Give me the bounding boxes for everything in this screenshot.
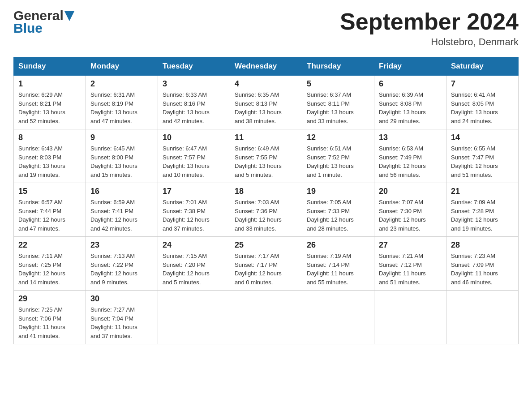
- day-info: Sunrise: 7:07 AMSunset: 7:30 PMDaylight:…: [379, 198, 442, 233]
- calendar-cell: 17Sunrise: 7:01 AMSunset: 7:38 PMDayligh…: [158, 183, 230, 237]
- weekday-header-monday: Monday: [86, 57, 158, 76]
- calendar-cell: 13Sunrise: 6:53 AMSunset: 7:49 PMDayligh…: [374, 129, 446, 183]
- day-number: 6: [379, 79, 442, 89]
- day-info: Sunrise: 6:55 AMSunset: 7:47 PMDaylight:…: [451, 144, 514, 179]
- calendar-cell: [446, 291, 519, 344]
- weekday-header-thursday: Thursday: [302, 57, 374, 76]
- logo: General Blue: [13, 9, 74, 36]
- calendar-week-1: 1Sunrise: 6:29 AMSunset: 8:21 PMDaylight…: [14, 76, 519, 129]
- day-number: 25: [235, 240, 297, 250]
- day-number: 16: [90, 187, 153, 196]
- calendar-cell: 3Sunrise: 6:33 AMSunset: 8:16 PMDaylight…: [158, 76, 230, 129]
- day-info: Sunrise: 6:31 AMSunset: 8:19 PMDaylight:…: [90, 90, 153, 125]
- day-number: 5: [307, 79, 369, 89]
- day-number: 8: [18, 133, 81, 142]
- calendar-week-5: 29Sunrise: 7:25 AMSunset: 7:06 PMDayligh…: [14, 291, 519, 344]
- logo-blue: Blue: [13, 21, 43, 36]
- calendar-cell: 7Sunrise: 6:41 AMSunset: 8:05 PMDaylight…: [446, 76, 519, 129]
- calendar-cell: 5Sunrise: 6:37 AMSunset: 8:11 PMDaylight…: [302, 76, 374, 129]
- day-number: 14: [451, 133, 514, 142]
- day-number: 24: [163, 240, 225, 250]
- day-info: Sunrise: 7:13 AMSunset: 7:22 PMDaylight:…: [90, 252, 153, 287]
- day-number: 4: [235, 79, 297, 89]
- location: Holstebro, Denmark: [340, 36, 519, 48]
- calendar-cell: [302, 291, 374, 344]
- day-number: 10: [163, 133, 225, 142]
- page-header: General Blue September 2024 Holstebro, D…: [13, 9, 519, 48]
- day-number: 13: [379, 133, 442, 142]
- weekday-header-sunday: Sunday: [14, 57, 86, 76]
- day-info: Sunrise: 6:41 AMSunset: 8:05 PMDaylight:…: [451, 90, 514, 125]
- weekday-header-wednesday: Wednesday: [230, 57, 302, 76]
- weekday-header-tuesday: Tuesday: [158, 57, 230, 76]
- calendar-cell: 20Sunrise: 7:07 AMSunset: 7:30 PMDayligh…: [374, 183, 446, 237]
- calendar-cell: 4Sunrise: 6:35 AMSunset: 8:13 PMDaylight…: [230, 76, 302, 129]
- day-info: Sunrise: 7:09 AMSunset: 7:28 PMDaylight:…: [451, 198, 514, 233]
- day-info: Sunrise: 7:21 AMSunset: 7:12 PMDaylight:…: [379, 252, 442, 287]
- calendar-cell: 19Sunrise: 7:05 AMSunset: 7:33 PMDayligh…: [302, 183, 374, 237]
- day-info: Sunrise: 7:27 AMSunset: 7:04 PMDaylight:…: [90, 305, 153, 340]
- calendar-week-2: 8Sunrise: 6:43 AMSunset: 8:03 PMDaylight…: [14, 129, 519, 183]
- day-info: Sunrise: 6:57 AMSunset: 7:44 PMDaylight:…: [18, 198, 81, 233]
- day-info: Sunrise: 7:05 AMSunset: 7:33 PMDaylight:…: [307, 198, 369, 233]
- title-block: September 2024 Holstebro, Denmark: [340, 9, 519, 48]
- calendar-cell: 26Sunrise: 7:19 AMSunset: 7:14 PMDayligh…: [302, 237, 374, 291]
- calendar-cell: [158, 291, 230, 344]
- day-number: 27: [379, 240, 442, 250]
- calendar-cell: 23Sunrise: 7:13 AMSunset: 7:22 PMDayligh…: [86, 237, 158, 291]
- calendar-cell: 2Sunrise: 6:31 AMSunset: 8:19 PMDaylight…: [86, 76, 158, 129]
- calendar-cell: 22Sunrise: 7:11 AMSunset: 7:25 PMDayligh…: [14, 237, 86, 291]
- calendar-cell: 8Sunrise: 6:43 AMSunset: 8:03 PMDaylight…: [14, 129, 86, 183]
- day-info: Sunrise: 6:33 AMSunset: 8:16 PMDaylight:…: [163, 90, 225, 125]
- day-number: 30: [90, 294, 153, 304]
- day-number: 28: [451, 240, 514, 250]
- day-number: 29: [18, 294, 81, 304]
- day-number: 21: [451, 187, 514, 196]
- calendar-cell: 6Sunrise: 6:39 AMSunset: 8:08 PMDaylight…: [374, 76, 446, 129]
- calendar-header-row: SundayMondayTuesdayWednesdayThursdayFrid…: [14, 57, 519, 76]
- calendar-cell: 11Sunrise: 6:49 AMSunset: 7:55 PMDayligh…: [230, 129, 302, 183]
- day-info: Sunrise: 7:25 AMSunset: 7:06 PMDaylight:…: [18, 305, 81, 340]
- calendar-week-3: 15Sunrise: 6:57 AMSunset: 7:44 PMDayligh…: [14, 183, 519, 237]
- calendar-cell: 14Sunrise: 6:55 AMSunset: 7:47 PMDayligh…: [446, 129, 519, 183]
- calendar-week-4: 22Sunrise: 7:11 AMSunset: 7:25 PMDayligh…: [14, 237, 519, 291]
- day-info: Sunrise: 7:23 AMSunset: 7:09 PMDaylight:…: [451, 252, 514, 287]
- day-number: 12: [307, 133, 369, 142]
- day-number: 11: [235, 133, 297, 142]
- day-info: Sunrise: 6:35 AMSunset: 8:13 PMDaylight:…: [235, 90, 297, 125]
- calendar-cell: 18Sunrise: 7:03 AMSunset: 7:36 PMDayligh…: [230, 183, 302, 237]
- day-number: 23: [90, 240, 153, 250]
- weekday-header-friday: Friday: [374, 57, 446, 76]
- calendar-cell: 25Sunrise: 7:17 AMSunset: 7:17 PMDayligh…: [230, 237, 302, 291]
- day-info: Sunrise: 7:01 AMSunset: 7:38 PMDaylight:…: [163, 198, 225, 233]
- calendar-cell: 24Sunrise: 7:15 AMSunset: 7:20 PMDayligh…: [158, 237, 230, 291]
- calendar-cell: 10Sunrise: 6:47 AMSunset: 7:57 PMDayligh…: [158, 129, 230, 183]
- day-number: 17: [163, 187, 225, 196]
- month-title: September 2024: [340, 9, 519, 34]
- calendar-cell: [374, 291, 446, 344]
- day-number: 18: [235, 187, 297, 196]
- day-info: Sunrise: 6:51 AMSunset: 7:52 PMDaylight:…: [307, 144, 369, 179]
- day-info: Sunrise: 6:39 AMSunset: 8:08 PMDaylight:…: [379, 90, 442, 125]
- day-info: Sunrise: 6:47 AMSunset: 7:57 PMDaylight:…: [163, 144, 225, 179]
- calendar-table: SundayMondayTuesdayWednesdayThursdayFrid…: [13, 57, 519, 344]
- day-number: 7: [451, 79, 514, 89]
- day-number: 2: [90, 79, 153, 89]
- day-info: Sunrise: 6:43 AMSunset: 8:03 PMDaylight:…: [18, 144, 81, 179]
- day-info: Sunrise: 7:03 AMSunset: 7:36 PMDaylight:…: [235, 198, 297, 233]
- logo-arrow-icon: [64, 11, 74, 21]
- calendar-cell: [230, 291, 302, 344]
- day-number: 3: [163, 79, 225, 89]
- day-info: Sunrise: 6:53 AMSunset: 7:49 PMDaylight:…: [379, 144, 442, 179]
- calendar-cell: 16Sunrise: 6:59 AMSunset: 7:41 PMDayligh…: [86, 183, 158, 237]
- calendar-cell: 27Sunrise: 7:21 AMSunset: 7:12 PMDayligh…: [374, 237, 446, 291]
- day-info: Sunrise: 6:37 AMSunset: 8:11 PMDaylight:…: [307, 90, 369, 125]
- day-info: Sunrise: 7:17 AMSunset: 7:17 PMDaylight:…: [235, 252, 297, 287]
- day-info: Sunrise: 7:19 AMSunset: 7:14 PMDaylight:…: [307, 252, 369, 287]
- day-info: Sunrise: 6:45 AMSunset: 8:00 PMDaylight:…: [90, 144, 153, 179]
- day-info: Sunrise: 7:15 AMSunset: 7:20 PMDaylight:…: [163, 252, 225, 287]
- calendar-cell: 1Sunrise: 6:29 AMSunset: 8:21 PMDaylight…: [14, 76, 86, 129]
- calendar-cell: 30Sunrise: 7:27 AMSunset: 7:04 PMDayligh…: [86, 291, 158, 344]
- svg-marker-0: [64, 11, 74, 21]
- day-number: 26: [307, 240, 369, 250]
